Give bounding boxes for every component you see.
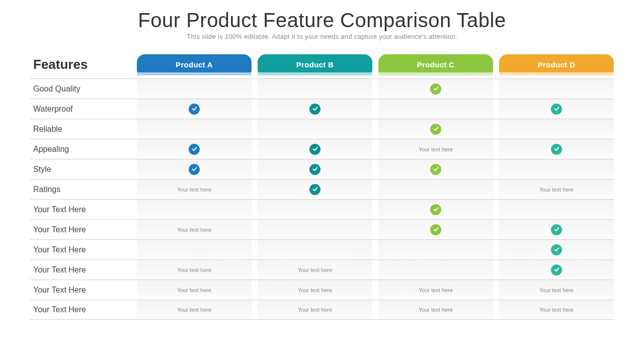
table-cell: Your text here xyxy=(137,280,252,300)
table-cell xyxy=(378,159,493,179)
check-icon xyxy=(551,224,562,235)
feature-label: Your Text Here xyxy=(30,265,131,275)
table-cell xyxy=(137,99,252,119)
table-cell xyxy=(258,99,372,119)
table-cell xyxy=(499,200,614,219)
check-icon xyxy=(189,144,200,155)
table-cell xyxy=(499,240,614,259)
check-icon xyxy=(309,144,320,155)
check-icon xyxy=(430,124,441,135)
table-cell xyxy=(258,139,372,159)
table-row: Your Text HereYour text hereYour text he… xyxy=(30,300,614,320)
check-icon xyxy=(430,164,441,175)
feature-label: Your Text Here xyxy=(30,305,131,314)
check-icon xyxy=(551,264,562,276)
table-cell: Your text here xyxy=(137,260,252,280)
table-cell: Your text here xyxy=(499,179,614,199)
feature-label: Your Text Here xyxy=(30,245,131,254)
table-cell: Your text here xyxy=(137,300,252,319)
table-cell xyxy=(378,220,493,239)
check-icon xyxy=(551,244,562,255)
table-cell xyxy=(378,179,493,199)
table-cell: Your text here xyxy=(258,300,372,319)
table-cell xyxy=(137,139,252,159)
table-cell xyxy=(137,79,252,99)
table-row: AppealingYour text here xyxy=(30,139,614,159)
table-cell xyxy=(378,240,493,259)
check-icon xyxy=(309,104,320,115)
table-row: Your Text HereYour text hereYour text he… xyxy=(30,280,614,300)
table-row: Style xyxy=(30,159,614,179)
table-cell: Your text here xyxy=(378,280,493,300)
table-row: Good Quality xyxy=(30,78,614,99)
table-cell xyxy=(258,159,372,179)
feature-label: Appealing xyxy=(30,145,131,154)
check-icon xyxy=(189,104,200,115)
feature-label: Your Text Here xyxy=(30,225,131,234)
feature-label: Style xyxy=(30,165,131,174)
table-row: Your Text Here xyxy=(30,239,614,259)
table-cell: Your text here xyxy=(137,179,252,199)
product-label: Product D xyxy=(538,60,575,69)
table-cell xyxy=(258,240,372,259)
table-row: Your Text HereYour text hereYour text he… xyxy=(30,259,614,280)
check-icon xyxy=(430,204,441,215)
table-row: Waterproof xyxy=(30,99,614,119)
table-cell: Your text here xyxy=(499,300,614,319)
table-cell: Your text here xyxy=(258,280,372,300)
slide: Four Product Feature Comparison Table Th… xyxy=(0,0,644,362)
comparison-table: Features Product A Product B Product C P… xyxy=(30,54,614,320)
features-heading: Features xyxy=(30,57,131,75)
table-cell xyxy=(499,119,614,139)
product-label: Product C xyxy=(417,60,454,69)
feature-label: Your Text Here xyxy=(30,286,131,295)
table-cell xyxy=(378,99,493,119)
table-cell xyxy=(499,139,614,159)
check-icon xyxy=(309,164,320,175)
table-cell xyxy=(137,240,252,259)
table-row: RatingsYour text hereYour text here xyxy=(30,179,614,199)
table-cell xyxy=(258,79,372,99)
table-body: Good QualityWaterproofReliableAppealingY… xyxy=(30,78,614,320)
product-label: Product B xyxy=(296,60,334,69)
table-header-row: Features Product A Product B Product C P… xyxy=(30,54,614,75)
feature-label: Your Text Here xyxy=(30,205,131,214)
table-cell xyxy=(137,159,252,179)
product-header-b: Product B xyxy=(258,54,372,75)
slide-subtitle: This slide is 100% editable. Adapt it to… xyxy=(30,33,614,40)
table-cell xyxy=(137,200,252,219)
table-row: Reliable xyxy=(30,119,614,139)
table-cell: Your text here xyxy=(378,139,493,159)
table-cell xyxy=(378,200,493,219)
table-cell: Your text here xyxy=(137,220,252,239)
table-row: Your Text HereYour text here xyxy=(30,219,614,239)
check-icon xyxy=(309,184,320,195)
table-cell xyxy=(499,79,614,99)
check-icon xyxy=(551,104,562,115)
feature-label: Ratings xyxy=(30,185,131,194)
feature-label: Waterproof xyxy=(30,105,131,114)
table-cell: Your text here xyxy=(378,300,493,319)
table-cell xyxy=(499,159,614,179)
table-cell xyxy=(378,119,493,139)
table-cell xyxy=(378,260,493,280)
table-cell xyxy=(258,119,372,139)
feature-label: Reliable xyxy=(30,125,131,134)
table-cell xyxy=(499,220,614,239)
check-icon xyxy=(189,164,200,175)
table-cell xyxy=(258,220,372,239)
feature-label: Good Quality xyxy=(30,84,131,94)
table-cell xyxy=(137,119,252,139)
table-cell xyxy=(378,79,493,99)
slide-title: Four Product Feature Comparison Table xyxy=(30,9,614,32)
table-cell xyxy=(499,99,614,119)
check-icon xyxy=(551,144,562,155)
table-row: Your Text Here xyxy=(30,199,614,219)
product-header-c: Product C xyxy=(378,54,493,75)
table-cell: Your text here xyxy=(258,260,372,280)
table-cell xyxy=(258,200,372,219)
table-cell: Your text here xyxy=(499,280,614,300)
product-header-d: Product D xyxy=(499,54,614,75)
product-label: Product A xyxy=(176,60,213,69)
product-header-a: Product A xyxy=(137,54,252,75)
